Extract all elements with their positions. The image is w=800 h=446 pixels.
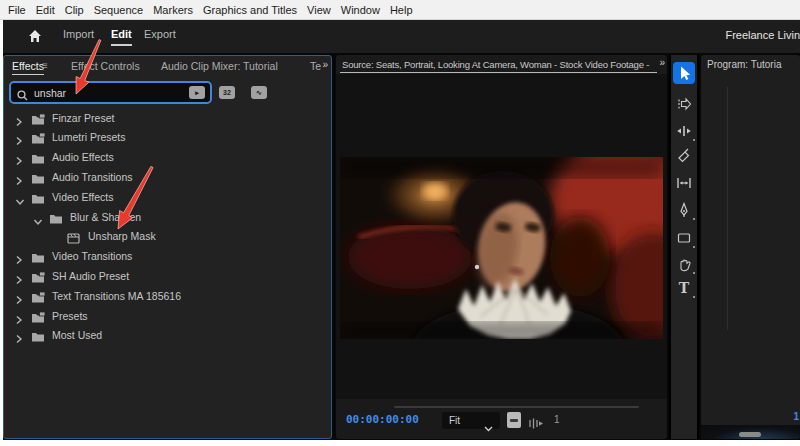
drag-video-only-button[interactable]: [507, 412, 521, 428]
preset-bin-icon: [31, 270, 45, 282]
panel-tab-effect-controls[interactable]: Effect Controls: [71, 60, 140, 72]
source-monitor-tab[interactable]: Source: Seats, Portrait, Looking At Came…: [342, 59, 651, 70]
zoom-level-value: Fit: [449, 415, 484, 426]
type-tool[interactable]: T: [671, 277, 697, 299]
video-frame: [340, 157, 663, 339]
effects-tree: Finzar PresetLumetri PresetsAudio Effect…: [4, 108, 331, 438]
flyout-dot: [693, 296, 695, 298]
menu-item-clip[interactable]: Clip: [65, 4, 84, 16]
tree-item-sh-audio-preset[interactable]: SH Audio Preset: [4, 266, 331, 285]
playback-resolution-value[interactable]: 1: [554, 414, 560, 425]
tree-item-label: Finzar Preset: [52, 112, 114, 124]
chevron-right-icon[interactable]: [15, 330, 25, 340]
panel-menu-icon[interactable]: ≡: [42, 60, 48, 71]
program-timecode-partial: 1: [793, 411, 799, 422]
selection-tool[interactable]: [673, 62, 695, 84]
header-tab-export[interactable]: Export: [144, 28, 176, 40]
preset-bin-icon: [31, 310, 45, 322]
menu-item-graphics-and-titles[interactable]: Graphics and Titles: [203, 4, 297, 16]
tree-item-label: Most Used: [52, 329, 102, 341]
tree-item-unsharp-mask[interactable]: Unsharp Mask: [4, 227, 331, 246]
flyout-dot: [693, 218, 695, 220]
pen-tool[interactable]: [671, 199, 697, 221]
chevron-right-icon[interactable]: [15, 271, 25, 281]
tree-item-label: Audio Transitions: [52, 171, 133, 183]
chevron-down-icon: [484, 418, 493, 424]
panel-tab-te[interactable]: Te: [310, 60, 321, 72]
tree-item-video-transitions[interactable]: Video Transitions: [4, 247, 331, 266]
search-input[interactable]: unshar: [34, 87, 198, 99]
tree-indent-spacer: [51, 231, 61, 241]
hand-tool[interactable]: [671, 253, 697, 275]
chevron-right-icon[interactable]: [15, 113, 25, 123]
source-timecode[interactable]: 00:00:00:00: [346, 413, 419, 426]
tree-item-text-transitions-ma-185616[interactable]: Text Transitions MA 185616: [4, 286, 331, 305]
panel-tab-effects[interactable]: Effects: [12, 60, 44, 72]
chevron-right-icon[interactable]: [15, 251, 25, 261]
source-monitor-panel: Source: Seats, Portrait, Looking At Came…: [336, 55, 667, 439]
track-select-forward-tool[interactable]: [671, 93, 697, 115]
tree-item-audio-effects[interactable]: Audio Effects: [4, 148, 331, 167]
program-panel-divider: [727, 87, 728, 330]
tree-item-label: Audio Effects: [52, 151, 114, 163]
zoom-level-dropdown[interactable]: Fit: [442, 412, 500, 429]
header-tab-import[interactable]: Import: [63, 28, 94, 40]
accelerated-effects-badge[interactable]: ▸: [189, 86, 205, 99]
tree-item-audio-transitions[interactable]: Audio Transitions: [4, 167, 331, 186]
source-tab-underline: [340, 72, 657, 73]
folder-icon: [31, 171, 45, 183]
chevron-right-icon[interactable]: [15, 311, 25, 321]
menu-item-markers[interactable]: Markers: [153, 4, 193, 16]
yuv-badge[interactable]: ∿: [251, 86, 267, 99]
panel-tab-audio-clip-mixer-tutorial[interactable]: Audio Clip Mixer: Tutorial: [161, 60, 278, 72]
slip-tool[interactable]: [671, 172, 697, 194]
effects-panel: Effects≡Effect ControlsAudio Clip Mixer:…: [3, 55, 332, 439]
menu-item-file[interactable]: File: [8, 4, 26, 16]
svg-text:T: T: [679, 280, 690, 296]
chevron-down-icon[interactable]: [33, 212, 43, 222]
panel-overflow-chevron-icon[interactable]: »: [322, 59, 327, 70]
drag-audio-only-button[interactable]: [528, 415, 544, 426]
source-zoom-scrollbar[interactable]: [394, 406, 639, 408]
flyout-dot: [693, 246, 695, 248]
tree-item-label: Video Effects: [52, 191, 114, 203]
ripple-edit-tool[interactable]: [671, 120, 697, 142]
razor-tool[interactable]: [671, 145, 697, 167]
tree-item-label: Video Transitions: [52, 250, 132, 262]
chevron-right-icon[interactable]: [15, 291, 25, 301]
folder-icon: [31, 191, 45, 203]
program-scrollbar-thumb[interactable]: [739, 432, 761, 437]
tree-item-label: Lumetri Presets: [52, 131, 126, 143]
menu-item-sequence[interactable]: Sequence: [94, 4, 144, 16]
tree-item-presets[interactable]: Presets: [4, 306, 331, 325]
chevron-down-icon[interactable]: [15, 192, 25, 202]
tree-item-blur-sharpen[interactable]: Blur & Sharpen: [4, 207, 331, 226]
effects-search-box[interactable]: unshar ×: [9, 81, 212, 104]
header-tab-edit[interactable]: Edit: [111, 28, 132, 40]
tree-item-finzar-preset[interactable]: Finzar Preset: [4, 108, 331, 127]
folder-icon: [31, 329, 45, 341]
program-bottom-strip: [701, 425, 800, 439]
menu-item-help[interactable]: Help: [390, 4, 413, 16]
chevron-right-icon[interactable]: [15, 132, 25, 142]
source-video-area: [336, 74, 667, 399]
rectangle-tool[interactable]: [671, 227, 697, 249]
workspace-title[interactable]: Freelance Livin: [725, 29, 800, 41]
program-monitor-tab[interactable]: Program: Tutoria: [707, 59, 800, 70]
tree-item-lumetri-presets[interactable]: Lumetri Presets: [4, 128, 331, 147]
program-monitor-panel: Program: Tutoria 1: [701, 55, 800, 439]
drag-video-glyph: [510, 419, 518, 422]
tree-item-most-used[interactable]: Most Used: [4, 326, 331, 345]
menu-item-window[interactable]: Window: [341, 4, 380, 16]
tree-item-label: Unsharp Mask: [88, 230, 156, 242]
chevron-right-icon[interactable]: [15, 172, 25, 182]
menu-item-view[interactable]: View: [307, 4, 331, 16]
home-icon[interactable]: [27, 28, 43, 44]
preset-bin-icon: [31, 131, 45, 143]
flyout-dot: [693, 139, 695, 141]
32-bit-color-badge[interactable]: 32: [219, 86, 235, 99]
tree-item-video-effects[interactable]: Video Effects: [4, 187, 331, 206]
menu-item-edit[interactable]: Edit: [36, 4, 55, 16]
chevron-right-icon[interactable]: [15, 152, 25, 162]
source-overflow-chevron-icon[interactable]: »: [659, 57, 664, 68]
